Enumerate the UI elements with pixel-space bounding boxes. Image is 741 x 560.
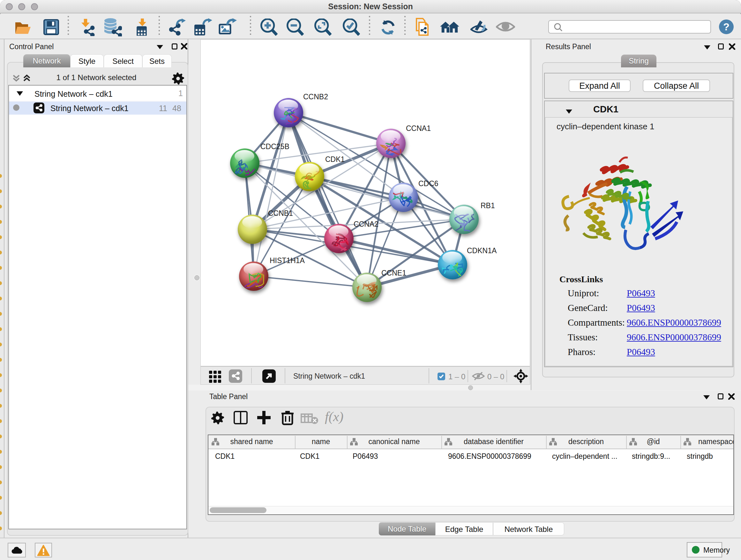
svg-text:CCNA1: CCNA1 (406, 124, 431, 132)
svg-text:CDK1: CDK1 (325, 155, 345, 164)
svg-text:HIST1H1A: HIST1H1A (270, 256, 305, 265)
svg-text:CCNB2: CCNB2 (303, 92, 328, 101)
svg-text:CDC25B: CDC25B (260, 142, 289, 151)
svg-text:CCNE1: CCNE1 (381, 269, 406, 277)
svg-text:CDKN1A: CDKN1A (467, 246, 497, 255)
svg-text:CCNB1: CCNB1 (268, 209, 293, 217)
svg-text:CDC6: CDC6 (418, 179, 439, 188)
svg-text:CCNA2: CCNA2 (354, 220, 379, 228)
svg-text:RB1: RB1 (481, 201, 495, 210)
